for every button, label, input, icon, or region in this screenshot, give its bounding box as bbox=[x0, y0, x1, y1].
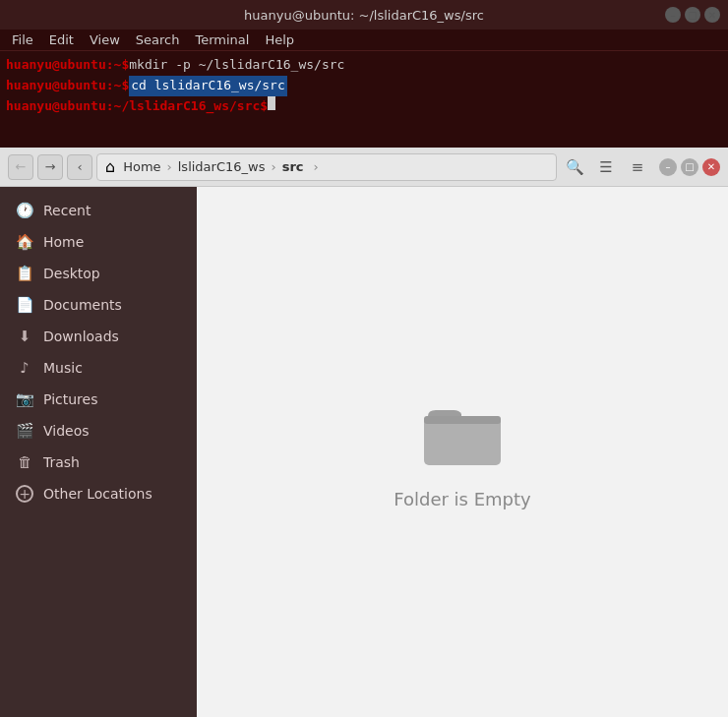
sidebar-label-videos: Videos bbox=[43, 423, 90, 439]
fm-breadcrumb-home[interactable]: Home bbox=[119, 158, 164, 175]
terminal-menu-edit[interactable]: Edit bbox=[43, 31, 80, 48]
sidebar-item-trash[interactable]: 🗑 Trash bbox=[4, 448, 193, 477]
fm-sidebar: 🕐 Recent 🏠 Home 📋 Desktop 📄 Documents ⬇ … bbox=[0, 187, 197, 717]
fm-toolbar-right: 🔍 ☰ ≡ bbox=[561, 153, 651, 181]
terminal-line-1: huanyu@ubuntu:~$ mkdir -p ~/lslidarC16_w… bbox=[6, 55, 722, 76]
sidebar-item-desktop[interactable]: 📋 Desktop bbox=[4, 259, 193, 288]
documents-icon: 📄 bbox=[16, 296, 33, 314]
terminal-cursor bbox=[268, 96, 275, 110]
folder-empty-svg bbox=[418, 394, 507, 473]
sidebar-label-pictures: Pictures bbox=[43, 391, 97, 407]
recent-icon: 🕐 bbox=[16, 202, 33, 219]
terminal-menu-terminal[interactable]: Terminal bbox=[189, 31, 255, 48]
fm-forward-button[interactable]: → bbox=[37, 154, 63, 180]
terminal-minimize-btn[interactable]: – bbox=[665, 7, 681, 23]
sidebar-item-other-locations[interactable]: + Other Locations bbox=[4, 479, 193, 508]
sidebar-label-documents: Documents bbox=[43, 297, 122, 313]
desktop-icon: 📋 bbox=[16, 265, 33, 282]
terminal-title: huanyu@ubuntu: ~/lslidarC16_ws/src bbox=[244, 8, 484, 23]
svg-rect-1 bbox=[424, 416, 501, 424]
terminal-body[interactable]: huanyu@ubuntu:~$ mkdir -p ~/lslidarC16_w… bbox=[0, 51, 728, 120]
filemanager-toolbar: ← → ‹ ⌂ Home › lslidarC16_ws › src › 🔍 ☰… bbox=[0, 148, 728, 187]
fm-up-button[interactable]: ‹ bbox=[67, 154, 92, 180]
fm-back-button[interactable]: ← bbox=[8, 154, 33, 180]
sidebar-item-recent[interactable]: 🕐 Recent bbox=[4, 196, 193, 225]
fm-breadcrumb-more: › bbox=[314, 159, 319, 174]
fm-minimize-btn[interactable]: – bbox=[659, 158, 677, 176]
music-icon: ♪ bbox=[16, 359, 33, 377]
fm-maximize-btn[interactable]: □ bbox=[681, 158, 698, 176]
terminal-menu-help[interactable]: Help bbox=[259, 31, 300, 48]
sidebar-item-videos[interactable]: 🎬 Videos bbox=[4, 416, 193, 446]
fm-main-area: 🕐 Recent 🏠 Home 📋 Desktop 📄 Documents ⬇ … bbox=[0, 187, 728, 717]
videos-icon: 🎬 bbox=[16, 422, 33, 440]
terminal-cmd-highlight-2: cd lslidarC16_ws/src bbox=[129, 76, 287, 96]
terminal-prompt-1: huanyu@ubuntu:~$ bbox=[6, 55, 129, 76]
fm-view-button[interactable]: ☰ bbox=[592, 153, 620, 181]
fm-breadcrumb-sep-2: › bbox=[271, 159, 275, 174]
home-sidebar-icon: 🏠 bbox=[16, 233, 33, 251]
fm-content-area: Folder is Empty bbox=[197, 187, 728, 717]
trash-icon: 🗑 bbox=[16, 453, 33, 471]
terminal-menu-file[interactable]: File bbox=[6, 31, 39, 48]
sidebar-label-downloads: Downloads bbox=[43, 329, 119, 344]
fm-search-button[interactable]: 🔍 bbox=[561, 153, 588, 181]
fm-close-btn[interactable]: ✕ bbox=[702, 158, 720, 176]
terminal-menu-search[interactable]: Search bbox=[130, 31, 186, 48]
terminal-close-btn[interactable]: ✕ bbox=[704, 7, 720, 23]
terminal-window: huanyu@ubuntu: ~/lslidarC16_ws/src – □ ✕… bbox=[0, 0, 728, 148]
home-icon: ⌂ bbox=[105, 157, 115, 176]
terminal-menubar: File Edit View Search Terminal Help bbox=[0, 30, 728, 51]
filemanager-window: ← → ‹ ⌂ Home › lslidarC16_ws › src › 🔍 ☰… bbox=[0, 148, 728, 717]
sidebar-item-home[interactable]: 🏠 Home bbox=[4, 227, 193, 257]
sidebar-label-other-locations: Other Locations bbox=[43, 486, 152, 502]
other-locations-icon: + bbox=[16, 485, 33, 503]
downloads-icon: ⬇ bbox=[16, 328, 33, 345]
sidebar-label-desktop: Desktop bbox=[43, 266, 100, 281]
terminal-cmd-1: mkdir -p ~/lslidarC16_ws/src bbox=[129, 55, 344, 76]
sidebar-item-music[interactable]: ♪ Music bbox=[4, 353, 193, 383]
fm-breadcrumb-src[interactable]: src bbox=[278, 158, 308, 175]
fm-breadcrumb-lslidar[interactable]: lslidarC16_ws bbox=[174, 158, 270, 175]
sidebar-item-pictures[interactable]: 📷 Pictures bbox=[4, 385, 193, 414]
terminal-line-2: huanyu@ubuntu:~$ cd lslidarC16_ws/src bbox=[6, 76, 722, 96]
fm-breadcrumb-sep-1: › bbox=[167, 159, 172, 174]
fm-window-controls: – □ ✕ bbox=[659, 158, 720, 176]
empty-folder-text: Folder is Empty bbox=[394, 489, 531, 509]
terminal-controls: – □ ✕ bbox=[665, 7, 720, 23]
sidebar-item-downloads[interactable]: ⬇ Downloads bbox=[4, 322, 193, 351]
fm-breadcrumb: ⌂ Home › lslidarC16_ws › src › bbox=[96, 153, 557, 181]
pictures-icon: 📷 bbox=[16, 390, 33, 408]
terminal-maximize-btn[interactable]: □ bbox=[685, 7, 700, 23]
sidebar-item-documents[interactable]: 📄 Documents bbox=[4, 290, 193, 320]
sidebar-label-recent: Recent bbox=[43, 203, 91, 218]
add-icon: + bbox=[16, 485, 33, 503]
sidebar-label-home: Home bbox=[43, 234, 84, 250]
terminal-prompt-2: huanyu@ubuntu:~$ bbox=[6, 76, 129, 96]
sidebar-label-trash: Trash bbox=[43, 454, 80, 470]
terminal-prompt-3: huanyu@ubuntu:~/lslidarC16_ws/src$ bbox=[6, 96, 268, 117]
fm-menu-button[interactable]: ≡ bbox=[624, 153, 651, 181]
terminal-menu-view[interactable]: View bbox=[84, 31, 126, 48]
terminal-line-3: huanyu@ubuntu:~/lslidarC16_ws/src$ bbox=[6, 96, 722, 117]
empty-folder-illustration bbox=[418, 394, 507, 473]
terminal-titlebar: huanyu@ubuntu: ~/lslidarC16_ws/src – □ ✕ bbox=[0, 0, 728, 30]
sidebar-label-music: Music bbox=[43, 360, 83, 376]
